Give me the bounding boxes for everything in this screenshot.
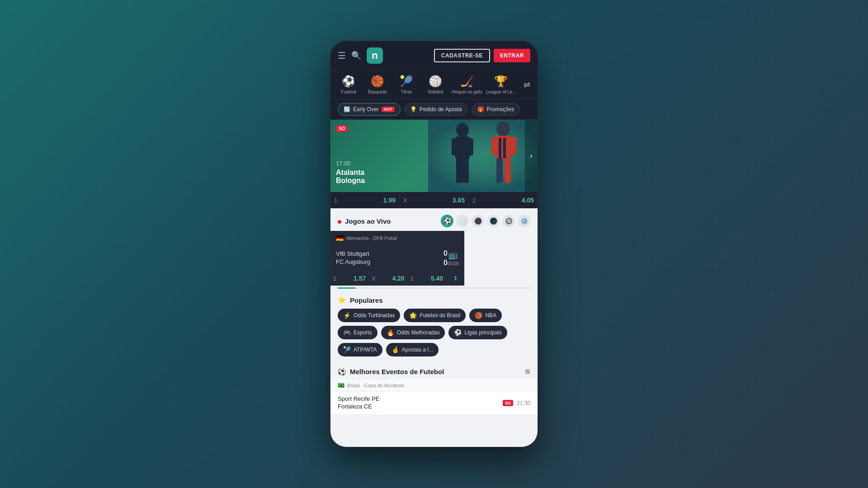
match-league-0: Alemanha - DFB Pokal — [346, 235, 397, 241]
svg-rect-4 — [467, 138, 473, 155]
promocoes-icon: 🎁 — [477, 106, 484, 113]
sport-tenis[interactable]: 🎾 Tênis — [396, 75, 417, 94]
svg-point-1 — [456, 123, 469, 137]
ping-dot — [338, 220, 341, 224]
live-card-0: 🇩🇪 Alemanha - DFB Pokal VfB Stuttgart FC… — [330, 231, 466, 286]
odds-value-1: 1.99 — [383, 197, 396, 204]
svg-rect-6 — [462, 158, 469, 183]
live-odds-row-0: 1 1.57 X 4.20 2 5.40 1 — [330, 271, 464, 286]
banner-info: 17:00 Atalanta Bologna — [336, 160, 365, 185]
chip-label-4: Odds Melhoradas — [397, 329, 440, 336]
live-section-header: Jogos ao Vivo ⚽ ⚪ ⚫ 🌑 🔘 ⚙️ — [330, 208, 538, 231]
popular-chip-0[interactable]: ⚡ Odds Turbinadas — [338, 309, 400, 322]
chip-label-7: Apostas a l... — [402, 347, 433, 353]
early-over-label: Early Over — [353, 106, 379, 113]
filter-small[interactable]: 🔘 — [502, 215, 515, 227]
popular-chip-5[interactable]: ⚽ Ligas principais — [448, 326, 507, 339]
svg-rect-11 — [491, 137, 498, 155]
live-ping-icon — [338, 217, 341, 225]
teams-col-0: VfB Stuttgart FC Augsburg — [336, 250, 443, 267]
svg-rect-12 — [510, 137, 516, 155]
banner-so-badge: SO — [336, 125, 348, 132]
best-events-header: ⚽ Melhores Eventos de Futebol ≡ — [330, 364, 538, 380]
popular-chip-2[interactable]: 🏀 NBA — [469, 309, 502, 322]
chip-label-6: ATP/WTA — [354, 347, 377, 353]
filter-circle1[interactable]: ⚪ — [456, 215, 469, 227]
league-icon: 🏆 — [494, 75, 508, 88]
chip-label-0: Odds Turbinadas — [354, 312, 395, 319]
best-events-filter-icon[interactable]: ≡ — [525, 366, 530, 377]
filter-dark[interactable]: ⚫ — [472, 215, 484, 227]
featured-banner[interactable]: SO 17:00 Atalanta Bologna › — [330, 120, 538, 192]
popular-chip-6[interactable]: 🎾 ATP/WTA — [338, 343, 382, 357]
filter-last[interactable]: ⚙️ — [518, 215, 530, 227]
promocoes-tab[interactable]: 🎁 Promoções — [472, 103, 520, 116]
event-so-badge-0: SO — [503, 400, 513, 406]
match-time-0: 00:00 — [448, 261, 459, 266]
hamburger-icon[interactable]: ☰ — [338, 50, 346, 61]
popular-chip-4[interactable]: 🔥 Odds Melhoradas — [381, 326, 445, 339]
main-content: SO 17:00 Atalanta Bologna › 1 1.99 X 3.6… — [330, 120, 538, 447]
banner-time: 17:00 — [336, 160, 365, 167]
chip-label-3: Esports — [354, 329, 372, 336]
banner-players — [428, 120, 538, 192]
chip-label-1: Futebol do Brasil — [420, 312, 460, 319]
svg-rect-9 — [499, 138, 501, 158]
early-over-tab[interactable]: 🔄 Early Over HOT — [338, 103, 401, 116]
svg-point-7 — [496, 121, 510, 136]
popular-title: ⭐ Populares — [338, 296, 530, 304]
svg-rect-13 — [496, 158, 503, 183]
chip-icon-3: 🎮 — [343, 329, 351, 336]
popular-section: ⭐ Populares ⚡ Odds Turbinadas 🌟 Futebol … — [330, 292, 538, 360]
logo: n — [367, 47, 383, 64]
sport-voleibol[interactable]: 🏐 Voleibol — [425, 75, 446, 94]
feature-tabs: 🔄 Early Over HOT 💡 Pedido de Aposta 🎁 Pr… — [330, 99, 538, 120]
event-league-0: Brasil - Copa do Nordeste — [347, 383, 405, 388]
score1-0: 0 — [443, 249, 448, 258]
odds-value-2: 4.05 — [522, 197, 534, 204]
live-odds-value-x-0: 4.20 — [392, 275, 404, 282]
popular-chip-7[interactable]: 🤞 Apostas a l... — [386, 343, 439, 357]
popular-title-text: Populares — [350, 296, 383, 304]
chip-icon-7: 🤞 — [392, 346, 399, 353]
banner-next-arrow[interactable]: › — [525, 120, 538, 192]
entrar-button[interactable]: ENTRAR — [494, 49, 530, 62]
live-odds-label-1-0: 1 — [333, 275, 336, 282]
live-odds-label-2-0: 2 — [410, 275, 414, 282]
live-odds-1-0[interactable]: 1 1.57 — [330, 271, 369, 286]
live-section-title: Jogos ao Vivo — [338, 217, 391, 225]
sport-basquete[interactable]: 🏀 Basquete — [367, 75, 388, 94]
svg-rect-3 — [452, 138, 458, 155]
popular-star-icon: ⭐ — [338, 296, 346, 304]
best-events-icon: ⚽ — [338, 368, 346, 376]
basquete-icon: 🏀 — [371, 75, 384, 88]
popular-chip-3[interactable]: 🎮 Esports — [338, 326, 377, 339]
chip-icon-1: 🌟 — [409, 312, 417, 319]
sport-league[interactable]: 🏆 League of Le... — [488, 75, 514, 94]
voleibol-icon: 🏐 — [429, 75, 442, 88]
filter-soccer[interactable]: ⚽ — [441, 215, 453, 227]
featured-odds-x[interactable]: X 3.65 — [400, 192, 469, 208]
filter-gray[interactable]: 🌑 — [487, 215, 500, 227]
live-odds-2-0[interactable]: 2 5.40 — [408, 271, 446, 286]
nav-filter-icon[interactable]: ⇌ — [524, 80, 530, 90]
sport-futebol[interactable]: ⚽ Futebol — [338, 75, 359, 94]
search-icon[interactable]: 🔍 — [351, 51, 361, 61]
promocoes-label: Promoções — [487, 106, 514, 113]
league-label: League of Le... — [486, 89, 516, 94]
chip-label-5: Ligas principais — [464, 329, 502, 336]
hockey-label: Hóquei no gelo — [452, 89, 482, 94]
featured-odds-1[interactable]: 1 1.99 — [330, 192, 400, 208]
best-events-title-text: Melhores Eventos de Futebol — [350, 368, 444, 375]
match-flag-0: 🇩🇪 — [336, 235, 344, 242]
popular-chip-1[interactable]: 🌟 Futebol do Brasil — [404, 309, 466, 322]
cadastre-button[interactable]: CADASTRE-SE — [434, 49, 490, 62]
banner-team1: Atalanta — [336, 169, 365, 177]
sport-hockey[interactable]: 🏒 Hóquei no gelo — [453, 75, 481, 94]
odds-value-x: 3.65 — [453, 197, 465, 204]
pedido-aposta-tab[interactable]: 💡 Pedido de Aposta — [404, 103, 468, 116]
live-odds-x-0[interactable]: X 4.20 — [369, 271, 407, 286]
odds-label-x: X — [403, 197, 407, 204]
featured-odds-2[interactable]: 2 4.05 — [469, 192, 538, 208]
live-card-teams-0: VfB Stuttgart FC Augsburg 0 0 📺 00:00 — [330, 246, 464, 271]
